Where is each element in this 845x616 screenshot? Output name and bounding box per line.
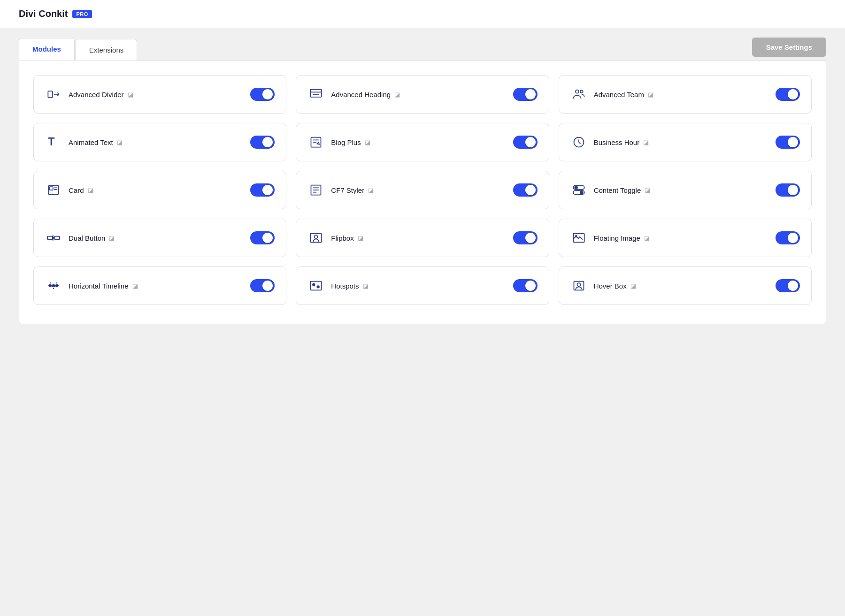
module-left: Card ◪ — [45, 182, 93, 198]
module-info-icon[interactable]: ◪ — [88, 187, 93, 194]
floating-image-icon — [570, 229, 587, 246]
tab-extensions[interactable]: Extensions — [76, 39, 137, 61]
animated-text-icon: T — [45, 134, 62, 151]
module-left: Hover Box ◪ — [570, 277, 636, 294]
module-name: Content Toggle — [594, 186, 641, 194]
module-toggle-horizontal-timeline[interactable] — [250, 279, 275, 292]
module-info-icon[interactable]: ◪ — [117, 139, 123, 146]
tab-modules[interactable]: Modules — [19, 38, 75, 61]
module-info: Advanced Team ◪ — [594, 91, 653, 99]
clock-icon — [570, 134, 587, 151]
hover-box-icon — [570, 277, 587, 294]
module-info-icon[interactable]: ◪ — [644, 235, 650, 242]
module-left: Advanced Team ◪ — [570, 86, 653, 103]
tabs-wrapper: Modules Extensions Save Settings Advance… — [0, 28, 845, 324]
module-info-icon[interactable]: ◪ — [643, 139, 649, 146]
save-settings-button[interactable]: Save Settings — [752, 38, 826, 57]
module-card-advanced-divider: Advanced Divider ◪ — [33, 75, 286, 114]
module-info-icon[interactable]: ◪ — [645, 187, 650, 194]
tabs-header: Modules Extensions Save Settings — [0, 38, 845, 61]
module-toggle-flipbox[interactable] — [513, 231, 538, 244]
module-info-icon[interactable]: ◪ — [128, 91, 133, 98]
module-left: Blog Plus ◪ — [307, 134, 370, 151]
svg-point-23 — [580, 191, 583, 194]
module-left: Flipbox ◪ — [307, 229, 363, 246]
svg-point-31 — [575, 236, 577, 237]
card-icon — [45, 182, 62, 198]
module-info: Content Toggle ◪ — [594, 186, 651, 194]
module-name: Advanced Divider — [69, 91, 124, 99]
blog-icon — [307, 134, 324, 151]
module-toggle-advanced-divider[interactable] — [250, 88, 275, 101]
module-info-icon[interactable]: ◪ — [363, 282, 369, 289]
toggle-icon — [570, 182, 587, 198]
module-info-icon[interactable]: ◪ — [648, 91, 653, 98]
module-info-icon[interactable]: ◪ — [365, 139, 370, 146]
module-toggle-business-hour[interactable] — [776, 136, 800, 149]
module-toggle-advanced-team[interactable] — [776, 88, 800, 101]
app-header: Divi Conkit PRO — [0, 0, 845, 28]
svg-point-41 — [317, 286, 320, 288]
modules-content-panel: Advanced Divider ◪ Advanced Heading ◪ — [19, 61, 826, 324]
flipbox-icon — [307, 229, 324, 246]
module-info-icon[interactable]: ◪ — [132, 282, 138, 289]
module-name: Floating Image — [594, 234, 640, 242]
module-card-animated-text: T Animated Text ◪ — [33, 123, 286, 161]
module-info-icon[interactable]: ◪ — [109, 235, 115, 242]
module-card-dual-button: Dual Button ◪ — [33, 219, 286, 257]
module-info: Business Hour ◪ — [594, 138, 649, 146]
svg-point-29 — [315, 235, 318, 238]
module-toggle-cf7-styler[interactable] — [513, 183, 538, 197]
module-name: Card — [69, 186, 84, 194]
module-info: Hotspots ◪ — [331, 282, 368, 290]
module-toggle-floating-image[interactable] — [776, 231, 800, 244]
module-card-business-hour: Business Hour ◪ — [559, 123, 812, 161]
module-toggle-content-toggle[interactable] — [776, 183, 800, 197]
module-info: Flipbox ◪ — [331, 234, 363, 242]
svg-point-27 — [53, 237, 54, 238]
modules-grid: Advanced Divider ◪ Advanced Heading ◪ — [33, 75, 812, 305]
module-toggle-advanced-heading[interactable] — [513, 88, 538, 101]
module-left: Advanced Divider ◪ — [45, 86, 133, 103]
module-card-hotspots: Hotspots ◪ — [296, 266, 549, 305]
form-icon — [307, 182, 324, 198]
svg-text:T: T — [48, 136, 54, 148]
module-card-card: Card ◪ — [33, 171, 286, 209]
module-left: Content Toggle ◪ — [570, 182, 651, 198]
module-toggle-hover-box[interactable] — [776, 279, 800, 292]
module-toggle-dual-button[interactable] — [250, 231, 275, 244]
svg-rect-4 — [311, 90, 322, 97]
module-info-icon[interactable]: ◪ — [368, 187, 374, 194]
svg-rect-24 — [47, 236, 53, 240]
module-card-cf7-styler: CF7 Styler ◪ — [296, 171, 549, 209]
module-info: Advanced Heading ◪ — [331, 91, 400, 99]
module-info-icon[interactable]: ◪ — [394, 91, 400, 98]
module-card-content-toggle: Content Toggle ◪ — [559, 171, 812, 209]
svg-point-40 — [313, 283, 315, 286]
svg-point-43 — [577, 283, 580, 286]
module-name: Business Hour — [594, 138, 640, 146]
module-toggle-hotspots[interactable] — [513, 279, 538, 292]
module-name: Blog Plus — [331, 138, 361, 146]
module-left: Business Hour ◪ — [570, 134, 649, 151]
module-name: Flipbox — [331, 234, 353, 242]
heading-icon — [307, 86, 324, 103]
svg-rect-39 — [311, 281, 322, 290]
module-toggle-blog-plus[interactable] — [513, 136, 538, 149]
module-info-icon[interactable]: ◪ — [358, 235, 363, 242]
module-card-floating-image: Floating Image ◪ — [559, 219, 812, 257]
module-toggle-animated-text[interactable] — [250, 136, 275, 149]
module-name: Horizontal Timeline — [69, 282, 129, 290]
pro-badge: PRO — [72, 10, 92, 18]
module-name: Advanced Team — [594, 91, 644, 99]
module-left: Horizontal Timeline ◪ — [45, 277, 138, 294]
module-left: Hotspots ◪ — [307, 277, 368, 294]
module-info: Horizontal Timeline ◪ — [69, 282, 138, 290]
module-card-blog-plus: Blog Plus ◪ — [296, 123, 549, 161]
svg-point-34 — [53, 285, 55, 287]
module-info-icon[interactable]: ◪ — [630, 282, 636, 289]
module-left: Floating Image ◪ — [570, 229, 650, 246]
module-info: Advanced Divider ◪ — [69, 91, 133, 99]
module-info: Floating Image ◪ — [594, 234, 650, 242]
module-toggle-card[interactable] — [250, 183, 275, 197]
